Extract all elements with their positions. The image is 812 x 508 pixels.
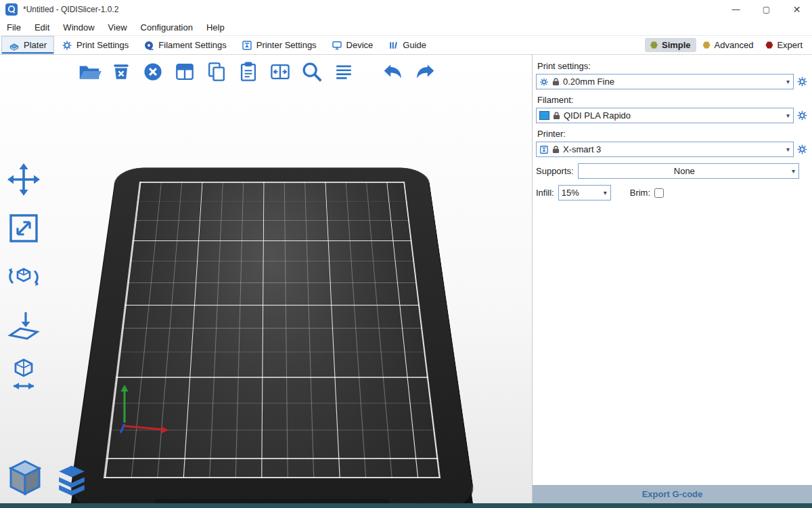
redo-arrow-icon	[412, 59, 438, 85]
preview-layers-view-button[interactable]	[54, 462, 89, 499]
origin-axes-icon	[108, 363, 183, 438]
print-settings-gear-icon	[62, 40, 72, 51]
view-toggles	[5, 458, 89, 499]
layers-stack-icon	[54, 462, 89, 497]
title-bar: *Untitled - QIDISlicer-1.0.2 — ▢ ✕	[0, 0, 812, 19]
export-gcode-button[interactable]: Export G-code	[533, 485, 812, 503]
search-icon	[299, 59, 325, 85]
infill-value: 15%	[562, 188, 600, 198]
mode-advanced[interactable]: Advanced	[698, 38, 759, 52]
mode-label: Advanced	[715, 40, 754, 50]
viewport-3d[interactable]	[0, 55, 532, 503]
gear-icon	[539, 77, 549, 87]
print-settings-combo[interactable]: 0.20mm Fine ▾	[536, 74, 794, 89]
maximize-button[interactable]: ▢	[751, 0, 782, 19]
infill-label: Infill:	[536, 188, 554, 198]
gear-icon	[796, 76, 808, 87]
print-settings-gear-button[interactable]	[796, 76, 809, 88]
tab-bar: Plater Print Settings Filament Settings …	[0, 35, 812, 55]
open-file-button[interactable]	[76, 58, 103, 85]
infill-brim-row: Infill: 15% ▾ Brim:	[536, 185, 809, 200]
printer-label: Printer:	[537, 129, 807, 139]
supports-row: Supports: None ▾	[536, 163, 809, 179]
copy-button[interactable]	[203, 58, 230, 85]
filament-combo[interactable]: QIDI PLA Rapido ▾	[536, 108, 794, 123]
tab-filament-settings[interactable]: Filament Settings	[136, 36, 233, 54]
scale-button[interactable]	[4, 209, 43, 248]
tab-guide[interactable]: Guide	[380, 36, 434, 54]
filament-label: Filament:	[537, 95, 807, 105]
infill-combo[interactable]: 15% ▾	[558, 185, 611, 200]
mode-simple[interactable]: Simple	[645, 38, 696, 52]
close-button[interactable]: ✕	[782, 0, 812, 19]
filament-value: QIDI PLA Rapido	[564, 110, 782, 121]
menu-help[interactable]: Help	[204, 20, 231, 35]
tab-label: Print Settings	[76, 40, 129, 50]
mode-label: Simple	[662, 40, 691, 50]
variable-layer-height-button[interactable]	[330, 58, 357, 85]
tab-plater[interactable]: Plater	[1, 36, 54, 54]
3d-editor-view-button[interactable]	[5, 458, 45, 499]
arrange-button[interactable]	[171, 58, 198, 85]
filament-gear-button[interactable]	[796, 110, 809, 122]
guide-book-icon	[388, 40, 399, 51]
gear-icon	[796, 110, 808, 121]
bed-scene	[0, 55, 532, 503]
mode-expert[interactable]: Expert	[760, 38, 808, 52]
print-settings-label: Print settings:	[537, 61, 807, 71]
advanced-mode-dot-icon	[703, 41, 710, 49]
chevron-down-icon: ▾	[786, 78, 790, 85]
rotate-button[interactable]	[4, 257, 43, 297]
place-on-face-icon	[5, 308, 42, 344]
print-settings-row: 0.20mm Fine ▾	[536, 74, 809, 89]
split-button[interactable]	[267, 58, 294, 85]
simple-mode-dot-icon	[650, 41, 658, 49]
redo-button[interactable]	[411, 58, 438, 85]
device-monitor-icon	[332, 40, 342, 51]
expert-mode-dot-icon	[765, 41, 773, 49]
supports-combo[interactable]: None ▾	[578, 163, 799, 179]
gear-icon	[796, 144, 808, 155]
mode-label: Expert	[777, 40, 803, 50]
mode-switcher: Simple Advanced Expert	[645, 36, 812, 54]
plater-toolbar	[76, 58, 438, 85]
menu-configuration[interactable]: Configuration	[138, 20, 200, 35]
tab-label: Plater	[24, 40, 47, 50]
delete-button[interactable]	[108, 58, 135, 85]
gizmo-toolbar	[4, 160, 43, 394]
delete-all-button[interactable]	[139, 58, 166, 85]
brim-checkbox[interactable]	[654, 188, 664, 198]
filament-spool-icon	[143, 40, 154, 51]
measure-width-icon	[5, 356, 42, 393]
window-controls: — ▢ ✕	[721, 0, 812, 19]
bottom-strip	[0, 503, 812, 508]
move-button[interactable]	[4, 160, 43, 199]
menu-edit[interactable]: Edit	[32, 20, 56, 35]
tab-device[interactable]: Device	[324, 36, 381, 54]
place-on-face-button[interactable]	[4, 306, 43, 345]
bed-frame	[68, 168, 476, 503]
menu-window[interactable]: Window	[60, 20, 101, 35]
move-icon	[5, 161, 42, 198]
delete-all-icon	[141, 60, 165, 84]
printer-gear-button[interactable]	[796, 144, 809, 156]
3d-view-cube-icon	[5, 458, 45, 497]
menu-file[interactable]: File	[4, 20, 28, 35]
tab-print-settings[interactable]: Print Settings	[54, 36, 136, 54]
printer-combo[interactable]: X-smart 3 ▾	[536, 142, 794, 157]
search-button[interactable]	[298, 58, 325, 85]
rotate-icon	[5, 259, 42, 295]
tab-printer-settings[interactable]: Printer Settings	[234, 36, 324, 54]
lock-icon	[552, 77, 560, 86]
copy-icon	[204, 60, 229, 84]
app-window: *Untitled - QIDISlicer-1.0.2 — ▢ ✕ File …	[0, 0, 812, 508]
menu-view[interactable]: View	[106, 20, 134, 35]
undo-button[interactable]	[380, 58, 407, 85]
measure-button[interactable]	[4, 355, 43, 394]
main-area: Print settings: 0.20mm Fine ▾	[0, 55, 812, 503]
layer-lines-icon	[332, 60, 356, 84]
minimize-button[interactable]: —	[721, 0, 751, 19]
settings-sidebar: Print settings: 0.20mm Fine ▾	[532, 55, 812, 503]
paste-button[interactable]	[235, 58, 262, 85]
chevron-down-icon: ▾	[786, 146, 790, 153]
